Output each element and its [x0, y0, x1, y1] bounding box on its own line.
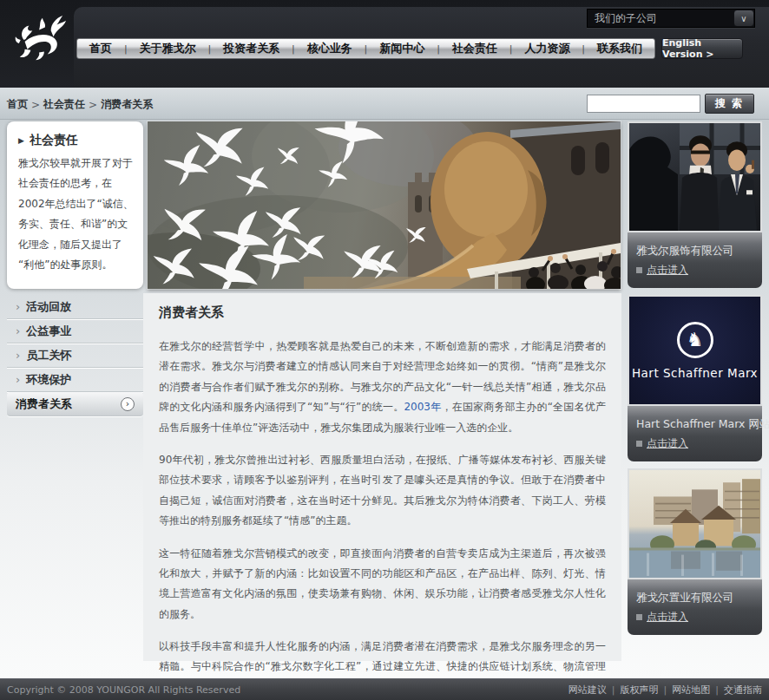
sidebar-item-environmental-protection[interactable]: › 环境保护	[7, 368, 143, 392]
nav-item-news-center[interactable]: 新闻中心	[379, 41, 424, 56]
chevron-right-icon: ›	[16, 301, 20, 312]
breadcrumb-bar: 首页 > 社会责任 > 消费者关系 搜 索	[0, 88, 769, 120]
sidebar-item-label: 消费者关系	[16, 396, 72, 412]
chevron-right-icon: ›	[16, 325, 20, 337]
nav-separator: |	[292, 43, 295, 55]
nav-item-social-responsibility[interactable]: 社会责任	[452, 41, 497, 56]
breadcrumb-social-responsibility[interactable]: 社会责任	[43, 97, 85, 112]
nav-item-home[interactable]: 首页	[89, 41, 112, 56]
sidebar-item-label: 活动回放	[26, 299, 71, 315]
subsidiary-dropdown[interactable]: 我们的子公司 ∨	[587, 9, 755, 28]
banner-image-doves-castle	[148, 121, 621, 289]
sidebar-item-activity-replay[interactable]: › 活动回放	[7, 295, 143, 319]
nav-item-core-business[interactable]: 核心业务	[307, 41, 352, 56]
promo-caption: Hart Schaffner Marx 网站	[636, 417, 762, 432]
promo-link-text: 点击进入	[647, 610, 688, 625]
promo-caption-panel: 雅戈尔置业有限公司 点击进入	[628, 579, 762, 635]
promo-caption-panel: Hart Schaffner Marx 网站 点击进入	[628, 406, 762, 461]
footer-separator: |	[612, 684, 615, 696]
nav-separator: |	[509, 43, 513, 55]
nav-item-investor-relations[interactable]: 投资者关系	[223, 41, 279, 56]
chevron-right-icon: ›	[16, 374, 20, 385]
breadcrumb-consumer-relations: 消费者关系	[101, 97, 153, 112]
footer-separator: |	[715, 684, 719, 696]
english-version-button[interactable]: English Version >	[661, 38, 743, 59]
breadcrumb-separator: >	[31, 99, 40, 111]
trojan-horse-icon: ♞	[687, 330, 704, 350]
footer-link-copyright-statement[interactable]: 版权声明	[621, 684, 659, 697]
businessmen-in-suits-photo[interactable]	[628, 121, 762, 232]
nav-item-about[interactable]: 关于雅戈尔	[140, 41, 196, 56]
promo-youngor-real-estate: 雅戈尔置业有限公司 点击进入	[628, 468, 762, 635]
promo-enter-link[interactable]: 点击进入	[636, 263, 762, 278]
article-paragraph: 在雅戈尔的经营哲学中，热爱顾客就是热爱自己的未来，不断创造新的需求，才能满足消费…	[159, 337, 606, 438]
promo-link-text: 点击进入	[647, 436, 688, 451]
intro-text: 雅戈尔较早就开展了对于社会责任的思考，在2002年总结出了“诚信、务实、责任、和…	[18, 154, 135, 275]
nav-separator: |	[124, 43, 128, 55]
header: 我们的子公司 ∨ 首页 | 关于雅戈尔 | 投资者关系 | 核心业务 | 新闻中…	[0, 0, 769, 88]
footer-link-traffic-guide[interactable]: 交通指南	[724, 684, 762, 697]
sidebar-menu: › 活动回放 › 公益事业 › 员工关怀 › 环境保护 消费者关系 ›	[7, 295, 143, 416]
nav-separator: |	[437, 43, 440, 55]
nav-separator: |	[365, 43, 368, 55]
intro-title-text: 社会责任	[30, 133, 78, 148]
article-panel: 消费者关系 在雅戈尔的经营哲学中，热爱顾客就是热爱自己的未来，不断创造新的需求，…	[143, 293, 621, 661]
page-title: 消费者关系	[159, 304, 606, 321]
copyright-text: Copyright © 2008 YOUNGOR All Rights Rese…	[7, 684, 240, 696]
nav-separator: |	[207, 43, 211, 55]
nav-item-contact-us[interactable]: 联系我们	[597, 41, 642, 56]
sidebar-item-label: 公益事业	[26, 324, 71, 339]
promo-enter-link[interactable]: 点击进入	[636, 610, 762, 625]
hart-schaffner-marx-logo[interactable]: ♞ Hart Schaffner Marx	[628, 295, 762, 406]
breadcrumb-separator: >	[89, 99, 97, 111]
footer: Copyright © 2008 YOUNGOR All Rights Rese…	[0, 678, 769, 700]
nav-item-human-resources[interactable]: 人力资源	[524, 41, 569, 56]
sidebar-item-public-welfare[interactable]: › 公益事业	[7, 319, 143, 343]
footer-link-sitemap[interactable]: 网站地图	[672, 684, 710, 697]
article-paragraph: 这一特征随着雅戈尔营销模式的改变，即直接面向消费者的自营专卖店成为主渠道后，再次…	[159, 544, 606, 625]
search-input[interactable]	[587, 95, 700, 113]
hsm-logo-text: Hart Schaffner Marx	[632, 366, 758, 380]
subsidiary-dropdown-label: 我们的子公司	[588, 11, 733, 26]
main-navigation: 首页 | 关于雅戈尔 | 投资者关系 | 核心业务 | 新闻中心 | 社会责任 …	[76, 38, 655, 59]
promo-caption: 雅戈尔服饰有限公司	[636, 244, 762, 258]
breadcrumb-home[interactable]: 首页	[7, 97, 28, 112]
promo-enter-link[interactable]: 点击进入	[636, 436, 762, 451]
square-bullet-icon	[636, 441, 642, 447]
play-triangle-icon: ▶	[18, 136, 24, 145]
search-button[interactable]: 搜 索	[705, 94, 754, 114]
square-bullet-icon	[636, 614, 642, 620]
promo-caption: 雅戈尔置业有限公司	[636, 591, 762, 605]
footer-links: 网站建议 | 版权声明 | 网站地图 | 交通指南	[569, 684, 762, 697]
square-bullet-icon	[636, 267, 642, 273]
social-responsibility-intro-box: ▶ 社会责任 雅戈尔较早就开展了对于社会责任的思考，在2002年总结出了“诚信、…	[7, 121, 143, 289]
sidebar-item-employee-care[interactable]: › 员工关怀	[7, 343, 143, 368]
sidebar-item-label: 环境保护	[26, 372, 71, 388]
youngor-dragon-logo-icon[interactable]	[14, 12, 68, 68]
arrow-circle-icon: ›	[121, 397, 135, 411]
nav-separator: |	[582, 43, 585, 55]
footer-link-site-suggestions[interactable]: 网站建议	[569, 684, 607, 697]
promo-link-text: 点击进入	[647, 263, 688, 278]
article-paragraph: 90年代初，雅戈尔曾推出过衬衫、西服质量坦白活动，在报纸、广播等媒体发布衬衫、西…	[159, 450, 606, 532]
content-area: ▶ 社会责任 雅戈尔较早就开展了对于社会责任的思考，在2002年总结出了“诚信、…	[0, 120, 769, 678]
youngor-consumer-relations-page: 我们的子公司 ∨ 首页 | 关于雅戈尔 | 投资者关系 | 核心业务 | 新闻中…	[0, 0, 769, 700]
intro-title: ▶ 社会责任	[18, 133, 135, 148]
promo-hart-schaffner-marx: ♞ Hart Schaffner Marx Hart Schaffner Mar…	[628, 295, 762, 461]
lakeside-real-estate-photo[interactable]	[628, 468, 762, 579]
hsm-ring-icon: ♞	[677, 322, 713, 358]
footer-separator: |	[664, 684, 667, 696]
chevron-down-icon[interactable]: ∨	[733, 10, 754, 27]
breadcrumb: 首页 > 社会责任 > 消费者关系	[7, 97, 153, 112]
chevron-right-icon: ›	[16, 350, 20, 361]
sidebar-item-consumer-relations[interactable]: 消费者关系 ›	[7, 392, 143, 416]
sidebar-item-label: 员工关怀	[26, 348, 71, 363]
promo-caption-panel: 雅戈尔服饰有限公司 点击进入	[628, 232, 762, 288]
promo-youngor-fashion: 雅戈尔服饰有限公司 点击进入	[628, 121, 762, 288]
